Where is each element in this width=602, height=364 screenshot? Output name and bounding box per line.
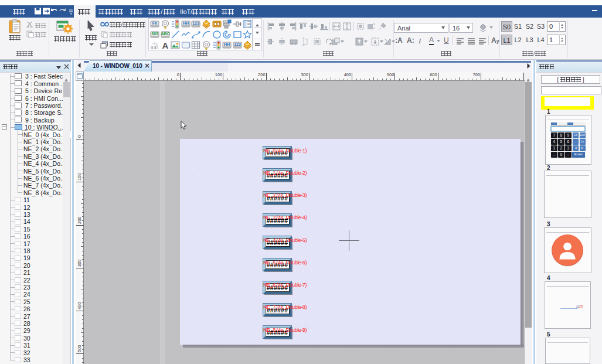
svg-text:123: 123 <box>193 21 200 25</box>
svg-text:Fn: Fn <box>152 21 158 25</box>
svg-text:HH: HH <box>183 21 189 25</box>
svg-text:365: 365 <box>151 32 158 36</box>
svg-text:A: A <box>162 40 168 50</box>
svg-text:HH: HH <box>224 42 230 46</box>
svg-text:ABC: ABC <box>161 32 169 36</box>
svg-text:123: 123 <box>234 42 241 46</box>
